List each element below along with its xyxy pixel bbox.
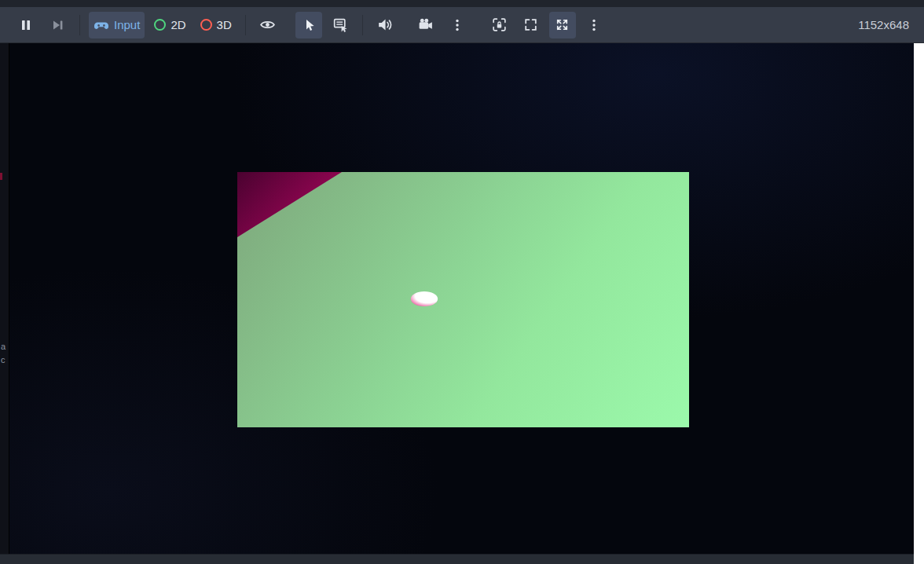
next-frame-button[interactable]: [44, 12, 71, 38]
toolbar-separator: [362, 15, 363, 35]
toolbar-separator: [245, 15, 246, 35]
left-edge-artifact: [0, 173, 2, 180]
window-top-edge: [0, 0, 924, 7]
circle-2d-icon: [154, 19, 166, 31]
ball-sprite: [409, 290, 439, 308]
embedded-game-window[interactable]: [237, 172, 689, 427]
camera-icon: [417, 16, 434, 33]
eye-icon: [259, 16, 276, 33]
embed-lock-button[interactable]: [486, 12, 513, 38]
visibility-button[interactable]: [255, 12, 281, 38]
input-mode-label: Input: [114, 19, 140, 31]
stretch-button[interactable]: [549, 12, 576, 38]
resolution-label: 1152x648: [858, 18, 909, 31]
speaker-icon: [376, 16, 393, 33]
circle-3d-icon: [200, 19, 212, 31]
select-list-button[interactable]: [327, 12, 354, 38]
ellipsis-icon: [586, 17, 602, 33]
page-background-strip: [914, 43, 924, 564]
status-bar-sliver: [0, 554, 914, 564]
expand-corners-icon: [522, 16, 539, 33]
pause-button[interactable]: [13, 12, 39, 38]
3d-mode-label: 3D: [217, 19, 232, 31]
select-list-icon: [332, 16, 348, 33]
overflow-menu-button-2[interactable]: [581, 12, 607, 38]
edge-text-fragment: a: [1, 342, 6, 351]
stretch-arrows-icon: [554, 16, 570, 33]
embed-lock-icon: [491, 16, 508, 33]
magenta-triangle: [237, 172, 347, 244]
next-frame-icon: [50, 17, 65, 33]
camera-button[interactable]: [412, 12, 439, 38]
cursor-arrow-icon: [301, 17, 317, 33]
audio-button[interactable]: [372, 12, 398, 38]
game-toolbar: Input 2D 3D: [0, 7, 924, 43]
ellipsis-icon: [449, 17, 465, 33]
select-mode-button[interactable]: [295, 12, 322, 38]
input-mode-button[interactable]: Input: [89, 12, 145, 38]
pause-icon: [18, 17, 34, 33]
2d-mode-label: 2D: [170, 19, 185, 31]
toolbar-separator: [79, 15, 80, 35]
edge-text-fragment: c: [1, 355, 6, 364]
3d-mode-button[interactable]: 3D: [196, 12, 236, 38]
keep-aspect-button[interactable]: [518, 12, 544, 38]
gamepad-icon: [94, 17, 109, 33]
game-viewport-background: a c: [0, 43, 914, 554]
overflow-menu-button-1[interactable]: [444, 12, 471, 38]
2d-mode-button[interactable]: 2D: [149, 12, 190, 38]
game-panel: Input 2D 3D: [0, 0, 924, 564]
left-edge-sliver: a c: [0, 43, 9, 554]
